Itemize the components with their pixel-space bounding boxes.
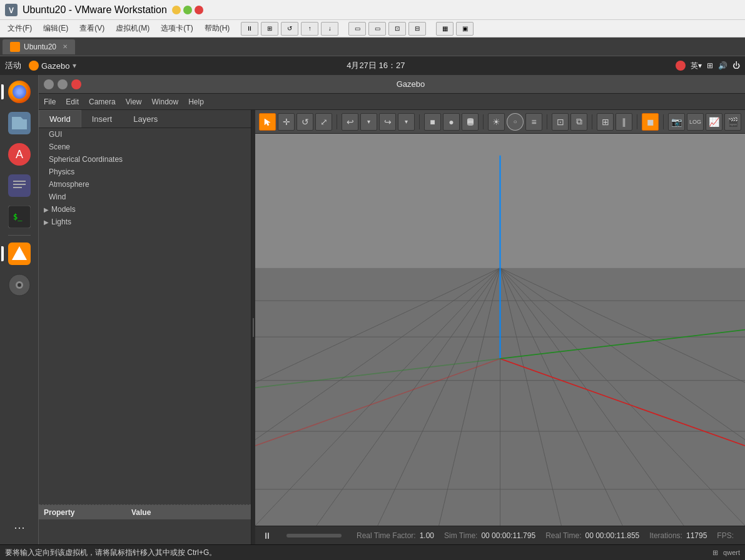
iterations-display: Iterations: 11795 xyxy=(649,531,707,540)
tool-scale[interactable]: ⤢ xyxy=(315,113,332,131)
tool-undo-arrow[interactable]: ▾ xyxy=(360,113,377,131)
tool-sun-outline[interactable]: ○ xyxy=(507,113,524,131)
dock-gedit[interactable] xyxy=(5,171,34,200)
vmware-tool-4[interactable]: ↓ xyxy=(321,22,338,36)
tool-rotate[interactable]: ↺ xyxy=(296,113,313,131)
stop-button[interactable] xyxy=(676,61,686,71)
gazebo-menu-edit[interactable]: Edit xyxy=(66,98,79,106)
volume-icon[interactable]: 🔊 xyxy=(718,61,727,70)
tool-align-b[interactable]: ∥ xyxy=(616,113,632,131)
menu-edit[interactable]: 编辑(E) xyxy=(38,22,73,35)
close-button[interactable] xyxy=(195,6,203,14)
tab-world[interactable]: World xyxy=(39,110,81,128)
tool-orange[interactable]: ◼ xyxy=(642,113,659,131)
tree-models[interactable]: ▶ Models xyxy=(39,203,251,216)
time-scrubber[interactable] xyxy=(286,534,342,538)
vmware-menubar: 文件(F) 编辑(E) 查看(V) 虚拟机(M) 选项卡(T) 帮助(H) ⏸ … xyxy=(0,20,745,38)
pause-button[interactable]: ⏸ xyxy=(241,22,258,36)
real-time-factor-value: 1.00 xyxy=(420,531,434,540)
property-header: Property Value xyxy=(39,506,251,519)
minimize-button[interactable] xyxy=(172,6,181,14)
tool-sun[interactable]: ☀ xyxy=(488,113,505,131)
tool-chart[interactable]: 📈 xyxy=(706,113,722,131)
fps-label: FPS: xyxy=(717,531,734,540)
gazebo-menu-window[interactable]: Window xyxy=(152,98,179,106)
ubuntu-tab-label: Ubuntu20 xyxy=(24,42,56,51)
tool-select[interactable] xyxy=(259,113,276,131)
vmware-tool-2[interactable]: ↺ xyxy=(281,22,298,36)
power-icon[interactable]: ⏻ xyxy=(732,61,740,70)
menu-tabs[interactable]: 选项卡(T) xyxy=(156,22,198,35)
menu-file[interactable]: 文件(F) xyxy=(3,22,37,35)
tool-snap-b[interactable]: ⧉ xyxy=(570,113,587,131)
real-time-display: Real Time: 00 00:00:11.855 xyxy=(545,531,639,540)
toolbar-separator-6 xyxy=(637,114,637,129)
dock-dvd[interactable] xyxy=(5,271,34,299)
lang-icon[interactable]: 英▾ xyxy=(691,61,702,71)
ubuntu-tab[interactable]: Ubuntu20 ✕ xyxy=(3,39,75,54)
viewport-3d-canvas[interactable] xyxy=(255,134,745,526)
gazebo-menu-help[interactable]: Help xyxy=(188,98,204,106)
dock-terminal[interactable]: $_ xyxy=(5,202,34,231)
tool-redo-arrow[interactable]: ▾ xyxy=(398,113,415,131)
tree-scene[interactable]: Scene xyxy=(39,141,251,153)
tool-video[interactable]: 🎬 xyxy=(724,113,741,131)
tool-sphere[interactable]: ● xyxy=(443,113,460,131)
gazebo-menu-camera[interactable]: Camera xyxy=(89,98,116,106)
gazebo-app-icon xyxy=(29,61,39,71)
activities-button[interactable]: 活动 xyxy=(5,60,21,71)
systray-bottom: ⊞ qwert xyxy=(712,549,740,557)
tool-lines[interactable]: ≡ xyxy=(525,113,542,131)
tool-box[interactable]: ■ xyxy=(424,113,441,131)
tree-gui[interactable]: GUI xyxy=(39,128,251,141)
gazebo-app-label: Gazebo xyxy=(41,61,70,71)
gazebo-minimize-button[interactable] xyxy=(44,79,54,89)
tree-atmosphere[interactable]: Atmosphere xyxy=(39,178,251,191)
vmware-view-1[interactable]: ▭ xyxy=(348,22,366,36)
gazebo-menu-view[interactable]: View xyxy=(126,98,142,106)
tree-physics[interactable]: Physics xyxy=(39,166,251,178)
toolbar-separator-7 xyxy=(663,114,664,129)
vmware-view-4[interactable]: ⊟ xyxy=(408,22,426,36)
vmware-console[interactable]: ▦ xyxy=(436,22,454,36)
ubuntu-topbar: 活动 Gazebo ▾ 4月27日 16：27 英▾ ⊞ 🔊 ⏻ xyxy=(0,56,745,75)
vmware-tool-3[interactable]: ↑ xyxy=(301,22,318,36)
dock-files[interactable] xyxy=(5,109,34,138)
tab-close-icon[interactable]: ✕ xyxy=(63,43,68,50)
menu-vm[interactable]: 虚拟机(M) xyxy=(111,22,155,35)
tool-redo[interactable]: ↪ xyxy=(379,113,396,131)
svg-rect-5 xyxy=(8,174,31,197)
gazebo-app-menu[interactable]: Gazebo ▾ xyxy=(29,61,76,71)
gazebo-maximize-button[interactable] xyxy=(58,79,68,89)
tree-lights[interactable]: ▶ Lights xyxy=(39,216,251,228)
gazebo-viewport: ✛ ↺ ⤢ ↩ ▾ ↪ ▾ ■ ● ☀ ○ ≡ ⊡ ⧉ xyxy=(255,110,745,544)
maximize-button[interactable] xyxy=(183,6,192,14)
gazebo-menu-file[interactable]: File xyxy=(44,98,56,106)
playback-pause-button[interactable]: ⏸ xyxy=(263,531,271,541)
dock-firefox[interactable] xyxy=(5,78,34,106)
vmware-view-3[interactable]: ⊡ xyxy=(388,22,406,36)
tab-layers[interactable]: Layers xyxy=(123,110,168,128)
tab-insert[interactable]: Insert xyxy=(81,110,123,128)
svg-rect-6 xyxy=(13,181,26,182)
menu-help[interactable]: 帮助(H) xyxy=(200,22,235,35)
tool-screenshot[interactable]: 📷 xyxy=(668,113,685,131)
vmware-view-2[interactable]: ▭ xyxy=(368,22,386,36)
dock-apps-grid[interactable]: ⋯ xyxy=(5,513,34,542)
tool-cylinder[interactable] xyxy=(462,113,479,131)
vmware-screen[interactable]: ▣ xyxy=(456,22,474,36)
tool-log[interactable]: LOG xyxy=(687,113,704,131)
tree-spherical-coords[interactable]: Spherical Coordinates xyxy=(39,153,251,166)
tool-align[interactable]: ⊞ xyxy=(597,113,614,131)
tool-translate[interactable]: ✛ xyxy=(278,113,295,131)
tool-snap-a[interactable]: ⊡ xyxy=(552,113,569,131)
gazebo-close-button[interactable] xyxy=(71,79,81,89)
tree-wind[interactable]: Wind xyxy=(39,191,251,203)
network-icon[interactable]: ⊞ xyxy=(707,61,713,70)
dock-appstore[interactable]: A xyxy=(5,140,34,169)
menu-view[interactable]: 查看(V) xyxy=(74,22,109,35)
vmware-tool-1[interactable]: ⊞ xyxy=(261,22,278,36)
dock-gazebo[interactable] xyxy=(5,239,34,268)
property-panel: Property Value xyxy=(39,505,251,544)
tool-undo[interactable]: ↩ xyxy=(342,113,358,131)
